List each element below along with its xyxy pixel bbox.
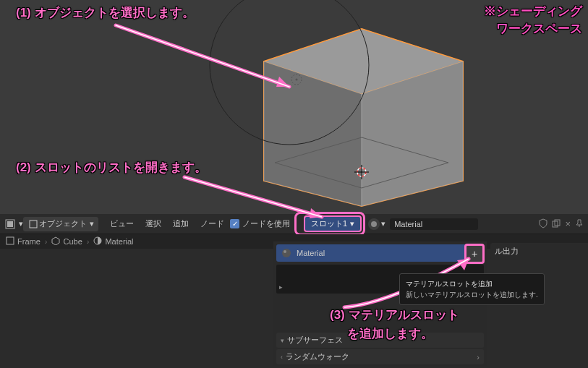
menu-view[interactable]: ビュー [104, 218, 140, 229]
material-browse-button[interactable] [368, 218, 380, 230]
material-preview-icon [281, 247, 292, 259]
random-walk-label: ランダムウォーク [286, 351, 349, 362]
tooltip-title: マテリアルスロットを追加 [406, 278, 538, 289]
svg-point-15 [371, 221, 377, 227]
output-node-panel[interactable]: ル出力 [490, 243, 588, 260]
mode-label: オブジェクト [39, 218, 87, 229]
annotation-note2: ワークスペース [496, 20, 582, 37]
use-nodes-checkbox[interactable]: ✓ [230, 219, 239, 228]
plus-icon: + [472, 248, 477, 260]
close-icon[interactable]: × [565, 218, 571, 229]
material-name-field[interactable]: Material [390, 218, 478, 230]
annotation-note1: ※シェーディング [484, 3, 582, 20]
chevron-down-icon: ▾ [281, 337, 284, 344]
annotation-3b: を追加します。 [347, 325, 433, 342]
slot-dropdown-highlight: スロット1 ▾ [294, 212, 365, 236]
pin-icon[interactable] [575, 219, 584, 229]
annotation-2: (2) スロットのリストを開きます。 [16, 159, 207, 176]
tooltip-desc: 新しいマテリアルスロットを追加します. [406, 289, 538, 300]
material-name: Material [394, 220, 422, 228]
annotation-1: (1) オブジェクトを選択します。 [16, 4, 195, 21]
breadcrumb-separator: › [45, 237, 48, 246]
svg-rect-14 [30, 221, 37, 228]
annotation-3a: (3) マテリアルスロット [330, 307, 459, 323]
svg-rect-18 [7, 237, 14, 244]
selection-circle [203, 0, 376, 166]
output-label: ル出力 [495, 247, 519, 255]
subsurface-label: サブサーフェス [287, 335, 343, 346]
expand-icon[interactable]: ▸ [279, 283, 283, 291]
menu-node[interactable]: ノード [195, 218, 230, 229]
random-walk-row[interactable]: ‹ ランダムウォーク › [276, 349, 484, 364]
shield-icon[interactable] [539, 218, 547, 230]
object-mode-icon [27, 218, 39, 230]
svg-point-21 [284, 250, 286, 253]
chevron-down-icon: ▾ [90, 219, 94, 228]
menu-select[interactable]: 選択 [140, 218, 167, 229]
slot-label: スロット1 [311, 218, 347, 229]
menu-add[interactable]: 追加 [167, 218, 195, 229]
tooltip: マテリアルスロットを追加 新しいマテリアルスロットを追加します. [399, 273, 545, 305]
editor-type-icon[interactable] [4, 218, 16, 230]
mode-select[interactable]: オブジェクト ▾ [23, 217, 98, 231]
material-slot-row[interactable]: Material + [276, 244, 484, 262]
slot-material-name: Material [297, 249, 325, 257]
frame-icon [6, 236, 14, 247]
breadcrumb-cube[interactable]: Cube [63, 237, 82, 246]
mesh-icon [51, 236, 60, 247]
svg-point-20 [282, 249, 291, 257]
node-editor-header: ▾ オブジェクト ▾ ビュー 選択 追加 ノード ✓ ノードを使用 スロット1 … [0, 214, 588, 234]
chevron-left-icon: ‹ [281, 354, 283, 361]
breadcrumb-separator: › [87, 237, 90, 246]
chevron-down-icon: ▾ [381, 219, 385, 228]
breadcrumb-frame[interactable]: Frame [17, 237, 41, 246]
material-icon [93, 236, 102, 247]
svg-point-11 [210, 0, 369, 145]
breadcrumb-material[interactable]: Material [105, 237, 133, 246]
use-nodes-label: ノードを使用 [242, 218, 290, 229]
svg-rect-13 [7, 221, 13, 227]
chevron-right-icon: › [477, 353, 480, 361]
check-icon: ✓ [232, 220, 238, 228]
add-material-slot-button[interactable]: + [464, 244, 485, 264]
chevron-down-icon: ▾ [350, 219, 354, 228]
slot-dropdown[interactable]: スロット1 ▾ [304, 215, 362, 232]
duplicate-icon[interactable] [552, 219, 561, 229]
